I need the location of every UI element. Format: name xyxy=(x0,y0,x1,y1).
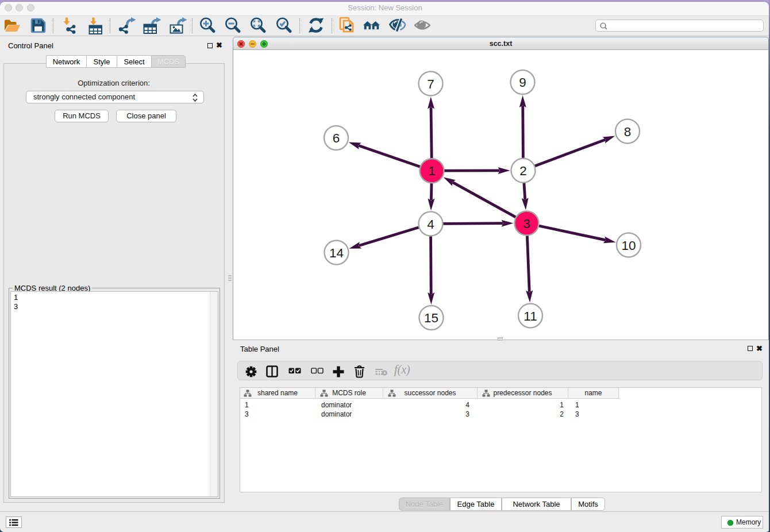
svg-text:8: 8 xyxy=(624,125,632,139)
svg-text:6: 6 xyxy=(333,131,340,145)
svg-text:10: 10 xyxy=(621,238,636,253)
svg-text:2: 2 xyxy=(519,164,527,178)
svg-text:11: 11 xyxy=(523,309,537,323)
svg-text:4: 4 xyxy=(427,217,434,232)
svg-text:7: 7 xyxy=(427,77,434,91)
svg-text:15: 15 xyxy=(424,311,438,325)
svg-text:1: 1 xyxy=(428,164,436,178)
svg-text:14: 14 xyxy=(329,246,344,260)
svg-text:9: 9 xyxy=(519,75,526,90)
svg-text:3: 3 xyxy=(523,217,530,231)
